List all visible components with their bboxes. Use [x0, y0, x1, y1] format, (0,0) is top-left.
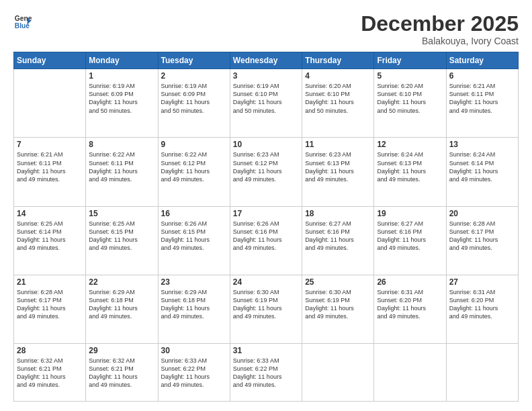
day-number-17: 17 [233, 209, 299, 218]
cell-2-6: 20Sunrise: 6:28 AM Sunset: 6:17 PM Dayli… [446, 206, 518, 275]
day-number-19: 19 [377, 209, 443, 218]
cell-2-1: 15Sunrise: 6:25 AM Sunset: 6:15 PM Dayli… [86, 206, 158, 275]
week-row-3: 14Sunrise: 6:25 AM Sunset: 6:14 PM Dayli… [14, 206, 519, 275]
week-row-4: 21Sunrise: 6:28 AM Sunset: 6:17 PM Dayli… [14, 275, 519, 343]
day-info-20: Sunrise: 6:28 AM Sunset: 6:17 PM Dayligh… [449, 220, 515, 253]
day-number-14: 14 [17, 209, 83, 218]
cell-0-4: 4Sunrise: 6:20 AM Sunset: 6:10 PM Daylig… [302, 69, 374, 138]
cell-1-1: 8Sunrise: 6:22 AM Sunset: 6:11 PM Daylig… [86, 138, 158, 206]
cell-4-1: 29Sunrise: 6:32 AM Sunset: 6:21 PM Dayli… [86, 344, 158, 402]
cell-1-4: 11Sunrise: 6:23 AM Sunset: 6:13 PM Dayli… [302, 138, 374, 206]
day-info-21: Sunrise: 6:28 AM Sunset: 6:17 PM Dayligh… [17, 288, 83, 321]
cell-0-5: 5Sunrise: 6:20 AM Sunset: 6:10 PM Daylig… [374, 69, 446, 138]
cell-0-2: 2Sunrise: 6:19 AM Sunset: 6:09 PM Daylig… [158, 69, 230, 138]
cell-4-6 [446, 344, 518, 402]
cell-3-6: 27Sunrise: 6:31 AM Sunset: 6:20 PM Dayli… [446, 275, 518, 343]
cell-0-0 [14, 69, 86, 138]
weekday-header-row: Sunday Monday Tuesday Wednesday Thursday… [14, 52, 519, 69]
day-info-26: Sunrise: 6:31 AM Sunset: 6:20 PM Dayligh… [377, 288, 443, 321]
day-info-3: Sunrise: 6:19 AM Sunset: 6:10 PM Dayligh… [233, 82, 299, 115]
day-info-10: Sunrise: 6:23 AM Sunset: 6:12 PM Dayligh… [233, 150, 299, 183]
header-friday: Friday [374, 52, 446, 69]
day-number-24: 24 [233, 277, 299, 287]
header-sunday: Sunday [14, 52, 86, 69]
cell-3-0: 21Sunrise: 6:28 AM Sunset: 6:17 PM Dayli… [14, 275, 86, 343]
day-info-1: Sunrise: 6:19 AM Sunset: 6:09 PM Dayligh… [89, 82, 154, 115]
header-monday: Monday [86, 52, 158, 69]
day-info-23: Sunrise: 6:29 AM Sunset: 6:18 PM Dayligh… [161, 288, 227, 321]
page: General Blue December 2025 Balakouya, Iv… [0, 0, 532, 411]
day-info-22: Sunrise: 6:29 AM Sunset: 6:18 PM Dayligh… [89, 288, 154, 321]
day-number-1: 1 [89, 71, 154, 81]
day-info-4: Sunrise: 6:20 AM Sunset: 6:10 PM Dayligh… [305, 82, 371, 115]
day-number-2: 2 [161, 71, 227, 81]
cell-4-2: 30Sunrise: 6:33 AM Sunset: 6:22 PM Dayli… [158, 344, 230, 402]
day-number-10: 10 [233, 140, 299, 149]
day-number-29: 29 [89, 346, 154, 355]
cell-1-0: 7Sunrise: 6:21 AM Sunset: 6:11 PM Daylig… [14, 138, 86, 206]
day-number-11: 11 [305, 140, 371, 149]
logo-icon: General Blue [13, 12, 32, 31]
day-info-25: Sunrise: 6:30 AM Sunset: 6:19 PM Dayligh… [305, 288, 371, 321]
day-number-13: 13 [449, 140, 515, 149]
day-info-29: Sunrise: 6:32 AM Sunset: 6:21 PM Dayligh… [89, 357, 154, 390]
cell-3-4: 25Sunrise: 6:30 AM Sunset: 6:19 PM Dayli… [302, 275, 374, 343]
day-info-15: Sunrise: 6:25 AM Sunset: 6:15 PM Dayligh… [89, 220, 154, 253]
day-number-30: 30 [161, 346, 227, 355]
month-title: December 2025 [361, 12, 519, 36]
day-number-7: 7 [17, 140, 83, 149]
day-info-2: Sunrise: 6:19 AM Sunset: 6:09 PM Dayligh… [161, 82, 227, 115]
day-info-13: Sunrise: 6:24 AM Sunset: 6:14 PM Dayligh… [449, 150, 515, 183]
cell-0-1: 1Sunrise: 6:19 AM Sunset: 6:09 PM Daylig… [86, 69, 158, 138]
day-number-15: 15 [89, 209, 154, 218]
day-number-25: 25 [305, 277, 371, 287]
day-number-20: 20 [449, 209, 515, 218]
cell-4-3: 31Sunrise: 6:33 AM Sunset: 6:22 PM Dayli… [230, 344, 302, 402]
day-info-24: Sunrise: 6:30 AM Sunset: 6:19 PM Dayligh… [233, 288, 299, 321]
day-info-5: Sunrise: 6:20 AM Sunset: 6:10 PM Dayligh… [377, 82, 443, 115]
day-number-8: 8 [89, 140, 154, 149]
cell-3-1: 22Sunrise: 6:29 AM Sunset: 6:18 PM Dayli… [86, 275, 158, 343]
week-row-5: 28Sunrise: 6:32 AM Sunset: 6:21 PM Dayli… [14, 344, 519, 402]
day-number-4: 4 [305, 71, 371, 81]
day-number-22: 22 [89, 277, 154, 287]
location: Balakouya, Ivory Coast [361, 36, 519, 46]
week-row-2: 7Sunrise: 6:21 AM Sunset: 6:11 PM Daylig… [14, 138, 519, 206]
day-info-19: Sunrise: 6:27 AM Sunset: 6:16 PM Dayligh… [377, 220, 443, 253]
cell-1-3: 10Sunrise: 6:23 AM Sunset: 6:12 PM Dayli… [230, 138, 302, 206]
day-number-21: 21 [17, 277, 83, 287]
cell-4-5 [374, 344, 446, 402]
cell-3-2: 23Sunrise: 6:29 AM Sunset: 6:18 PM Dayli… [158, 275, 230, 343]
cell-1-2: 9Sunrise: 6:22 AM Sunset: 6:12 PM Daylig… [158, 138, 230, 206]
day-info-18: Sunrise: 6:27 AM Sunset: 6:16 PM Dayligh… [305, 220, 371, 253]
day-info-31: Sunrise: 6:33 AM Sunset: 6:22 PM Dayligh… [233, 357, 299, 390]
cell-2-4: 18Sunrise: 6:27 AM Sunset: 6:16 PM Dayli… [302, 206, 374, 275]
cell-0-6: 6Sunrise: 6:21 AM Sunset: 6:11 PM Daylig… [446, 69, 518, 138]
day-info-7: Sunrise: 6:21 AM Sunset: 6:11 PM Dayligh… [17, 150, 83, 183]
day-number-26: 26 [377, 277, 443, 287]
cell-2-0: 14Sunrise: 6:25 AM Sunset: 6:14 PM Dayli… [14, 206, 86, 275]
cell-1-5: 12Sunrise: 6:24 AM Sunset: 6:13 PM Dayli… [374, 138, 446, 206]
day-info-8: Sunrise: 6:22 AM Sunset: 6:11 PM Dayligh… [89, 150, 154, 183]
calendar-table: Sunday Monday Tuesday Wednesday Thursday… [13, 52, 519, 402]
cell-0-3: 3Sunrise: 6:19 AM Sunset: 6:10 PM Daylig… [230, 69, 302, 138]
day-info-14: Sunrise: 6:25 AM Sunset: 6:14 PM Dayligh… [17, 220, 83, 253]
day-info-27: Sunrise: 6:31 AM Sunset: 6:20 PM Dayligh… [449, 288, 515, 321]
week-row-1: 1Sunrise: 6:19 AM Sunset: 6:09 PM Daylig… [14, 69, 519, 138]
day-info-11: Sunrise: 6:23 AM Sunset: 6:13 PM Dayligh… [305, 150, 371, 183]
cell-4-4 [302, 344, 374, 402]
day-info-16: Sunrise: 6:26 AM Sunset: 6:15 PM Dayligh… [161, 220, 227, 253]
day-number-23: 23 [161, 277, 227, 287]
header-thursday: Thursday [302, 52, 374, 69]
day-info-17: Sunrise: 6:26 AM Sunset: 6:16 PM Dayligh… [233, 220, 299, 253]
cell-2-2: 16Sunrise: 6:26 AM Sunset: 6:15 PM Dayli… [158, 206, 230, 275]
cell-1-6: 13Sunrise: 6:24 AM Sunset: 6:14 PM Dayli… [446, 138, 518, 206]
header-tuesday: Tuesday [158, 52, 230, 69]
header: General Blue December 2025 Balakouya, Iv… [13, 12, 519, 46]
day-number-12: 12 [377, 140, 443, 149]
cell-2-5: 19Sunrise: 6:27 AM Sunset: 6:16 PM Dayli… [374, 206, 446, 275]
day-number-16: 16 [161, 209, 227, 218]
logo: General Blue [13, 12, 32, 31]
day-number-6: 6 [449, 71, 515, 81]
header-saturday: Saturday [446, 52, 518, 69]
